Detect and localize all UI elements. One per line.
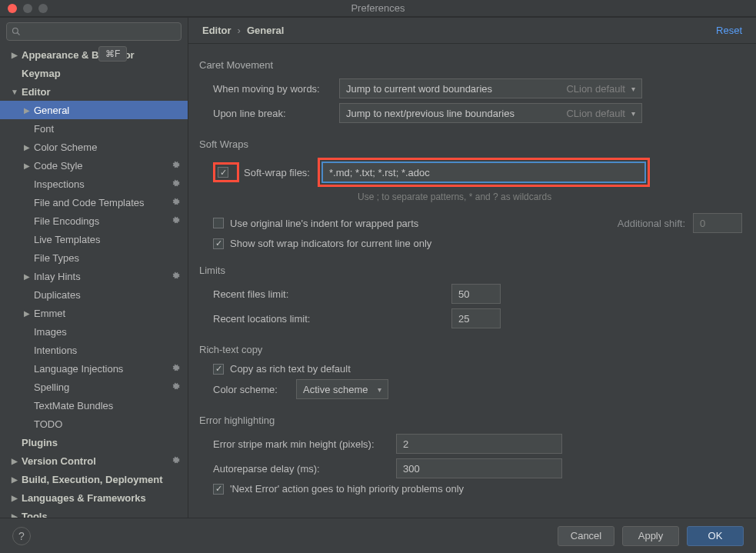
input-stripe-height[interactable] — [396, 434, 562, 454]
sidebar-item-label: Emmet — [34, 308, 65, 319]
label-recent-files: Recent files limit: — [213, 288, 451, 300]
label-autoreparse-delay: Autoreparse delay (ms): — [213, 463, 396, 475]
sidebar-item-label: Font — [34, 123, 54, 135]
gear-icon — [171, 363, 180, 375]
sidebar-item-label: File Encodings — [34, 215, 99, 227]
sidebar-item[interactable]: ▶Version Control — [0, 451, 188, 470]
sidebar-item-label: Code Style — [34, 160, 83, 172]
sidebar-item[interactable]: TextMate Bundles — [0, 396, 188, 415]
sidebar-item[interactable]: Plugins — [0, 433, 188, 451]
sidebar-item[interactable]: ▶Inlay Hints — [0, 267, 188, 285]
checkbox-next-error-priority[interactable] — [213, 484, 224, 495]
checkbox-soft-wrap-files[interactable] — [218, 167, 228, 178]
help-button[interactable]: ? — [12, 527, 31, 545]
combo-line-break[interactable]: Jump to next/previous line boundaries CL… — [339, 103, 642, 123]
sidebar-item-label: Build, Execution, Deployment — [22, 474, 162, 485]
sidebar-item[interactable]: ▶Languages & Frameworks — [0, 488, 188, 507]
sidebar-item-label: Editor — [22, 86, 51, 98]
sidebar-item-label: Language Injections — [34, 363, 123, 375]
sidebar-item[interactable]: Language Injections — [0, 359, 188, 378]
sidebar-item-label: Images — [34, 326, 67, 338]
sidebar-item[interactable]: File and Code Templates — [0, 193, 188, 212]
expand-icon: ▶ — [11, 457, 18, 465]
ok-button[interactable]: OK — [687, 526, 744, 546]
sidebar-item[interactable]: TODO — [0, 415, 188, 433]
reset-link[interactable]: Reset — [716, 25, 742, 36]
sidebar-item[interactable]: Duplicates — [0, 285, 188, 304]
sidebar-item-label: File Types — [34, 252, 79, 264]
input-autoreparse-delay[interactable] — [396, 458, 562, 478]
settings-tree[interactable]: ▶Appearance & BehaviorKeymap▼Editor▶Gene… — [0, 45, 188, 518]
input-soft-wrap-patterns[interactable] — [322, 162, 645, 182]
expand-icon: ▼ — [11, 88, 18, 96]
checkbox-wrap-indicators[interactable] — [213, 238, 224, 249]
section-soft-wraps: Soft Wraps — [199, 138, 742, 150]
gear-icon — [171, 178, 180, 190]
combo-word-boundaries[interactable]: Jump to current word boundaries CLion de… — [339, 78, 642, 98]
input-additional-shift[interactable] — [693, 213, 742, 233]
sidebar-item[interactable]: Spelling — [0, 378, 188, 396]
sidebar-item[interactable]: ▶Color Scheme — [0, 138, 188, 156]
sidebar-item-label: Duplicates — [34, 289, 81, 301]
sidebar-item-label: Languages & Frameworks — [22, 492, 146, 504]
gear-icon — [171, 215, 180, 227]
sidebar-item-label: Plugins — [22, 437, 58, 448]
checkbox-use-original-indent[interactable] — [213, 218, 224, 228]
label-recent-locations: Recent locations limit: — [213, 313, 451, 325]
svg-line-1 — [18, 33, 20, 35]
sidebar-item[interactable]: ▶Code Style — [0, 156, 188, 175]
sidebar-item-label: General — [34, 105, 69, 116]
label-copy-rich-text: Copy as rich text by default — [230, 363, 351, 375]
sidebar-item-label: Inspections — [34, 178, 85, 190]
titlebar: Preferences — [0, 0, 756, 17]
gear-icon — [171, 455, 180, 467]
chevron-down-icon: ▾ — [378, 385, 381, 394]
gear-icon — [171, 160, 180, 172]
label-next-error-priority: 'Next Error' action goes to high priorit… — [230, 483, 464, 495]
expand-icon: ▶ — [11, 475, 18, 484]
crumb-editor[interactable]: Editor — [202, 25, 231, 36]
sidebar-item[interactable]: Images — [0, 322, 188, 341]
section-caret-movement: Caret Movement — [199, 59, 742, 71]
input-recent-files[interactable] — [451, 284, 501, 304]
sidebar-item[interactable]: ▶Appearance & Behavior — [0, 45, 188, 64]
search-input[interactable] — [6, 22, 182, 41]
sidebar-item-label: Spelling — [34, 381, 69, 393]
sidebar-item[interactable]: ▶Build, Execution, Deployment — [0, 470, 188, 488]
sidebar-item[interactable]: ▶Tools — [0, 507, 188, 518]
label-color-scheme: Color scheme: — [213, 384, 287, 395]
search-icon — [12, 27, 21, 36]
gear-icon — [171, 381, 180, 393]
sidebar-item[interactable]: Inspections — [0, 175, 188, 193]
label-upon-line-break: Upon line break: — [213, 108, 339, 119]
label-use-original-indent: Use original line's indent for wrapped p… — [230, 218, 418, 229]
footer: ? Cancel Apply OK — [0, 518, 756, 553]
sidebar-item[interactable]: Intentions — [0, 341, 188, 359]
section-limits: Limits — [199, 265, 742, 276]
gear-icon — [171, 271, 180, 282]
expand-icon: ▶ — [11, 494, 18, 502]
apply-button[interactable]: Apply — [622, 526, 679, 546]
breadcrumb: Editor › General Reset — [188, 18, 756, 44]
highlight-input — [318, 158, 650, 187]
gear-icon — [171, 197, 180, 208]
sidebar-item[interactable]: ▶Emmet — [0, 304, 188, 322]
cancel-button[interactable]: Cancel — [558, 526, 614, 546]
label-wrap-indicators: Show soft wrap indicators for current li… — [230, 238, 431, 249]
sidebar-item[interactable]: File Types — [0, 248, 188, 267]
sidebar-item-label: Intentions — [34, 345, 77, 356]
expand-icon: ▶ — [23, 143, 31, 152]
input-recent-locations[interactable] — [451, 308, 501, 328]
label-additional-shift: Additional shift: — [618, 218, 685, 229]
sidebar-item[interactable]: ▼Editor — [0, 82, 188, 101]
checkbox-copy-rich-text[interactable] — [213, 364, 224, 375]
sidebar-item[interactable]: File Encodings — [0, 212, 188, 230]
sidebar-item[interactable]: Live Templates — [0, 230, 188, 248]
sidebar-item[interactable]: ▶General — [0, 101, 188, 119]
shortcut-tooltip: ⌘F — [98, 46, 127, 62]
sidebar-item[interactable]: Font — [0, 119, 188, 138]
sidebar: ▶Appearance & BehaviorKeymap▼Editor▶Gene… — [0, 18, 188, 518]
combo-color-scheme[interactable]: Active scheme ▾ — [296, 379, 388, 399]
sidebar-item[interactable]: Keymap — [0, 64, 188, 82]
label-when-moving-by-words: When moving by words: — [213, 83, 339, 95]
